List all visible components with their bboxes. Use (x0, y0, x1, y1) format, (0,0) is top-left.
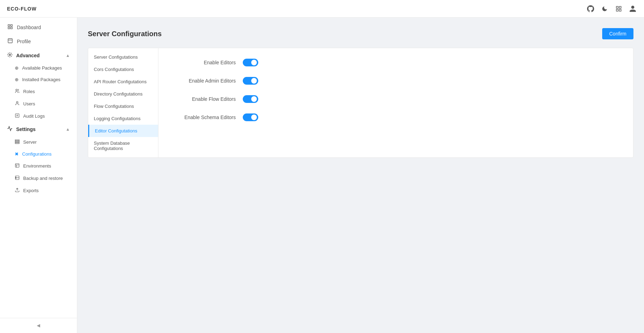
sidebar-item-roles[interactable]: Roles (0, 85, 77, 98)
sidebar-item-profile-label: Profile (17, 39, 31, 44)
backup-restore-icon (15, 175, 20, 181)
toggle-row-enable-flow-editors: Enable Flow Editors (173, 95, 619, 103)
configurations-icon: ✖ (15, 151, 19, 157)
dashboard-icon (7, 24, 13, 31)
configurations-label: Configurations (22, 151, 52, 157)
page-title: Server Configurations (88, 30, 162, 38)
users-icon (15, 101, 20, 107)
config-item-logging[interactable]: Logging Configutations (88, 112, 158, 125)
server-label: Server (23, 139, 37, 145)
sidebar-section-advanced[interactable]: Advanced ▲ (0, 48, 77, 62)
sidebar-item-dashboard[interactable]: Dashboard (0, 20, 77, 34)
sidebar-item-configurations[interactable]: ✖ Configurations (0, 148, 77, 160)
server-icon (15, 139, 20, 145)
backup-restore-label: Backup and restore (23, 176, 63, 181)
brand: ECO-FLOW (7, 6, 37, 12)
sidebar-item-backup-restore[interactable]: Backup and restore (0, 172, 77, 184)
navbar-icons (586, 5, 637, 13)
sidebar-nav: Dashboard Profile (0, 18, 77, 318)
svg-rect-18 (15, 141, 19, 142)
roles-icon (15, 89, 20, 94)
enable-editors-toggle[interactable] (243, 59, 258, 66)
config-item-server[interactable]: Server Configutations (88, 51, 158, 63)
svg-point-12 (17, 102, 18, 103)
config-item-system-db[interactable]: System Database Configutations (88, 137, 158, 155)
svg-rect-20 (15, 164, 19, 168)
svg-rect-6 (8, 27, 10, 29)
sidebar-item-installed-packages[interactable]: ⊕ Installed Packages (0, 74, 77, 85)
sidebar-section-settings[interactable]: Settings ▲ (0, 122, 77, 136)
sidebar-item-users[interactable]: Users (0, 98, 77, 110)
sidebar-section-advanced-label: Advanced (16, 53, 40, 58)
layout-icon[interactable] (614, 5, 623, 13)
svg-rect-7 (11, 27, 12, 29)
config-item-api-router[interactable]: API Router Configutations (88, 76, 158, 88)
moon-icon[interactable] (600, 5, 609, 13)
toggle-row-enable-editors: Enable Editors (173, 59, 619, 66)
config-item-editor[interactable]: Editor Configutations (88, 125, 158, 137)
sidebar-collapse-button[interactable]: ◄ (0, 318, 77, 333)
svg-rect-1 (619, 6, 621, 8)
enable-editors-label: Enable Editors (173, 60, 236, 65)
svg-rect-8 (8, 39, 12, 43)
environments-icon (15, 163, 20, 169)
svg-rect-0 (616, 6, 618, 8)
main-content: Server Configurations Confirm Server Con… (77, 18, 644, 333)
installed-packages-icon: ⊕ (15, 77, 19, 82)
navbar: ECO-FLOW (0, 0, 644, 18)
sidebar-item-audit-logs[interactable]: Audit Logs (0, 110, 77, 122)
config-sidebar: Server Configutations Cors Configutation… (88, 48, 158, 157)
roles-label: Roles (23, 89, 35, 94)
installed-packages-label: Installed Packages (22, 77, 60, 82)
github-icon[interactable] (586, 5, 595, 13)
svg-rect-2 (616, 9, 618, 11)
sidebar-item-available-packages[interactable]: ⊕ Available Packages (0, 62, 77, 74)
sidebar-section-settings-label: Settings (16, 126, 35, 132)
enable-schema-editors-label: Enable Schema Editors (173, 115, 236, 120)
toggle-row-enable-schema-editors: Enable Schema Editors (173, 113, 619, 121)
settings-chevron-icon: ▲ (66, 127, 70, 132)
layout: Dashboard Profile (0, 18, 644, 333)
exports-label: Exports (23, 188, 39, 193)
svg-point-11 (16, 89, 18, 91)
available-packages-icon: ⊕ (15, 65, 19, 71)
toggle-row-enable-admin-editors: Enable Admin Editors (173, 77, 619, 85)
users-label: Users (23, 101, 35, 106)
sidebar-item-profile[interactable]: Profile (0, 34, 77, 48)
svg-rect-5 (11, 25, 12, 26)
svg-point-10 (9, 54, 11, 56)
config-main: Enable Editors Enable Admin Editors (158, 48, 633, 157)
svg-rect-17 (15, 140, 19, 141)
confirm-button[interactable]: Confirm (602, 28, 633, 39)
svg-rect-3 (619, 9, 621, 11)
audit-logs-icon (15, 113, 20, 119)
collapse-icon: ◄ (36, 322, 41, 329)
config-item-directory[interactable]: Directory Configutations (88, 88, 158, 100)
page-header: Server Configurations Confirm (88, 28, 633, 39)
advanced-icon (7, 52, 13, 59)
enable-admin-editors-label: Enable Admin Editors (173, 78, 236, 84)
sidebar: Dashboard Profile (0, 18, 77, 333)
enable-flow-editors-label: Enable Flow Editors (173, 96, 236, 102)
profile-icon (7, 38, 13, 45)
available-packages-label: Available Packages (22, 65, 62, 71)
sidebar-item-exports[interactable]: Exports (0, 184, 77, 197)
enable-flow-editors-toggle[interactable] (243, 95, 258, 103)
exports-icon (15, 188, 20, 194)
settings-icon (7, 126, 13, 132)
advanced-chevron-icon: ▲ (66, 53, 70, 58)
svg-rect-19 (15, 143, 19, 144)
config-panel: Server Configutations Cors Configutation… (88, 48, 633, 158)
sidebar-item-dashboard-label: Dashboard (17, 25, 41, 30)
environments-label: Environments (23, 163, 51, 169)
sidebar-item-environments[interactable]: Environments (0, 160, 77, 172)
config-item-flow[interactable]: Flow Configutations (88, 100, 158, 112)
user-icon[interactable] (629, 5, 637, 13)
enable-admin-editors-toggle[interactable] (243, 77, 258, 85)
config-item-cors[interactable]: Cors Configutations (88, 63, 158, 76)
enable-schema-editors-toggle[interactable] (243, 113, 258, 121)
audit-logs-label: Audit Logs (23, 113, 45, 119)
sidebar-item-server[interactable]: Server (0, 136, 77, 148)
svg-rect-4 (8, 25, 10, 26)
